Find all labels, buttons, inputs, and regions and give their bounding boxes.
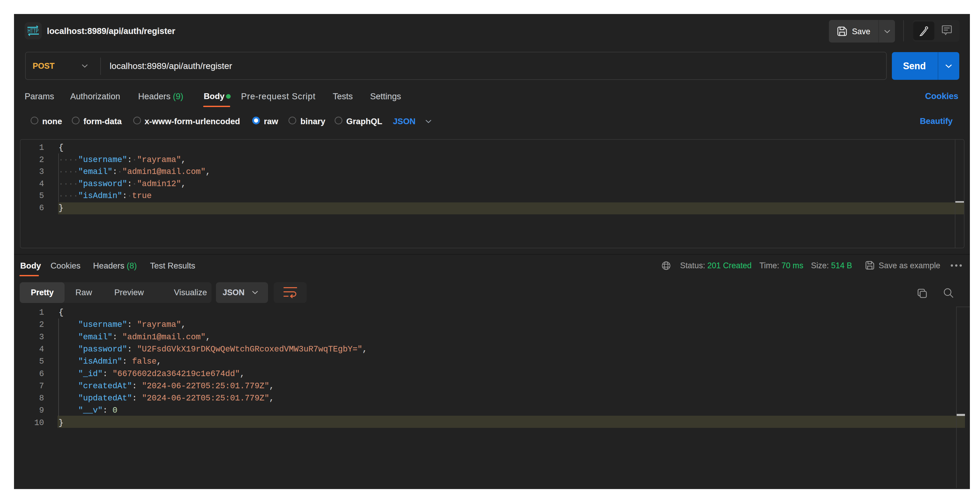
svg-text:HTTP: HTTP [28,27,39,34]
